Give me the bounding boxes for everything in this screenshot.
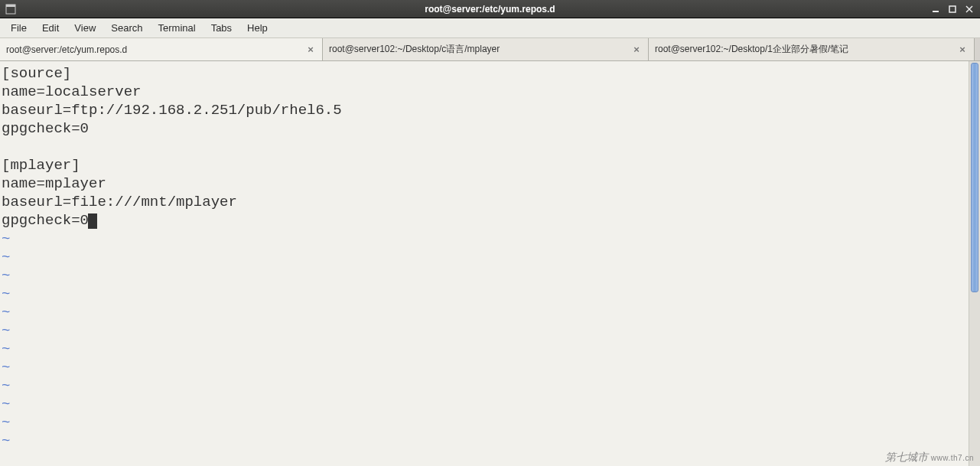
menu-help[interactable]: Help — [239, 19, 275, 37]
window-titlebar: root@server:/etc/yum.repos.d — [0, 0, 980, 18]
tab-label: root@server102:~/Desktop/c语言/mplayer — [329, 43, 623, 56]
tabstrip: root@server:/etc/yum.repos.d × root@serv… — [0, 38, 980, 61]
window-title: root@server:/etc/yum.repos.d — [0, 4, 980, 15]
tab-close-icon[interactable]: × — [305, 44, 316, 55]
tab-close-icon[interactable]: × — [631, 44, 642, 55]
tab-label: root@server:/etc/yum.repos.d — [6, 44, 298, 55]
watermark-url: www.th7.cn — [931, 454, 974, 462]
watermark-text: 第七城市 — [885, 451, 928, 463]
menu-edit[interactable]: Edit — [34, 19, 67, 37]
menubar: File Edit View Search Terminal Tabs Help — [0, 18, 980, 38]
tab-2[interactable]: root@server102:~/Desktop/c语言/mplayer × — [323, 38, 649, 60]
svg-rect-3 — [949, 6, 956, 12]
window-maximize-button[interactable] — [945, 3, 960, 15]
tab-1[interactable]: root@server:/etc/yum.repos.d × — [0, 38, 323, 60]
scrollbar[interactable] — [969, 61, 980, 466]
tab-close-icon[interactable]: × — [957, 44, 968, 55]
menu-terminal[interactable]: Terminal — [151, 19, 203, 37]
tab-3[interactable]: root@server102:~/Desktop/1企业部分暑假/笔记 × — [649, 38, 975, 60]
menu-search[interactable]: Search — [103, 19, 150, 37]
window-minimize-button[interactable] — [928, 3, 943, 15]
terminal-output[interactable]: [source] name=localserver baseurl=ftp://… — [0, 61, 969, 466]
watermark: 第七城市www.th7.cn — [885, 451, 974, 464]
scroll-thumb[interactable] — [971, 63, 978, 292]
window-system-icon[interactable] — [3, 2, 18, 17]
tab-label: root@server102:~/Desktop/1企业部分暑假/笔记 — [655, 43, 949, 56]
menu-file[interactable]: File — [3, 19, 34, 37]
svg-rect-1 — [6, 5, 15, 7]
menu-tabs[interactable]: Tabs — [203, 19, 239, 37]
window-close-button[interactable] — [962, 3, 977, 15]
menu-view[interactable]: View — [67, 19, 103, 37]
cursor — [88, 213, 97, 229]
